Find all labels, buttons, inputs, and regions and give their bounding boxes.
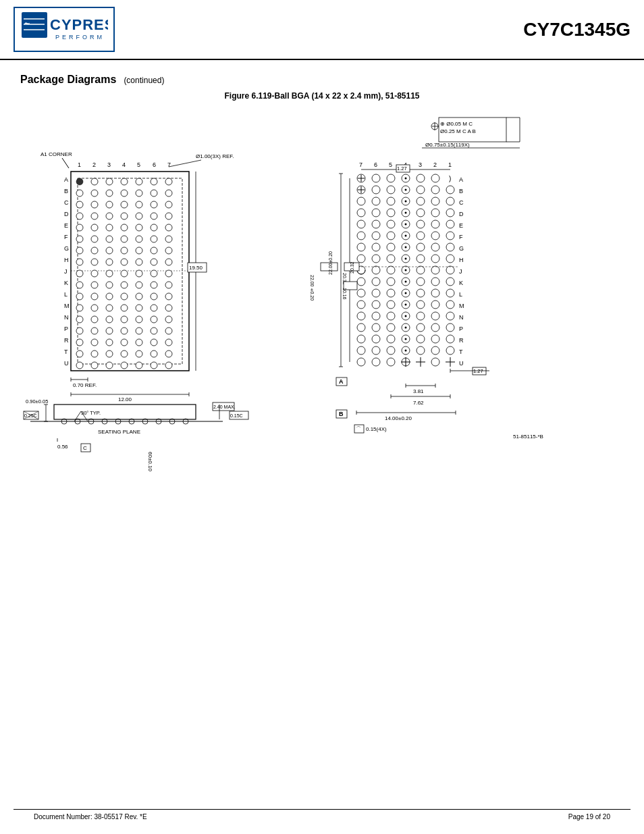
svg-text:⌒: ⌒ bbox=[356, 426, 361, 432]
svg-point-126 bbox=[165, 316, 172, 323]
svg-point-143 bbox=[106, 350, 113, 357]
svg-text:K: K bbox=[64, 280, 68, 286]
svg-text:N: N bbox=[64, 314, 69, 321]
svg-point-98 bbox=[165, 270, 172, 277]
page-info: Page 19 of 20 bbox=[568, 813, 610, 820]
svg-text:M: M bbox=[64, 303, 70, 309]
svg-point-310 bbox=[417, 266, 425, 274]
svg-point-41 bbox=[165, 178, 172, 185]
svg-point-124 bbox=[136, 316, 142, 323]
svg-point-262 bbox=[417, 197, 425, 205]
svg-text:C: C bbox=[83, 445, 87, 451]
svg-point-52 bbox=[121, 201, 128, 208]
svg-point-114 bbox=[91, 305, 98, 311]
svg-point-50 bbox=[91, 201, 98, 208]
svg-point-97 bbox=[151, 270, 157, 277]
svg-text:G: G bbox=[64, 245, 69, 252]
svg-point-128 bbox=[91, 328, 98, 334]
svg-point-132 bbox=[151, 328, 157, 334]
svg-point-366 bbox=[417, 346, 425, 355]
svg-text:T: T bbox=[64, 348, 68, 355]
svg-point-240 bbox=[372, 174, 380, 182]
page-footer: Document Number: 38-05517 Rev. *E Page 1… bbox=[14, 809, 630, 820]
svg-point-75 bbox=[151, 236, 157, 242]
svg-point-272 bbox=[446, 209, 454, 217]
logo-area: ~ CYPRESS PERFORM bbox=[14, 7, 149, 52]
svg-point-289 bbox=[357, 243, 365, 251]
svg-point-153 bbox=[151, 362, 157, 369]
svg-point-133 bbox=[165, 328, 172, 334]
svg-text:4: 4 bbox=[122, 161, 126, 168]
svg-point-120 bbox=[76, 316, 83, 323]
svg-text:SEATING PLANE: SEATING PLANE bbox=[98, 429, 140, 435]
svg-text:5: 5 bbox=[389, 161, 392, 168]
svg-point-288 bbox=[446, 232, 454, 240]
svg-line-155 bbox=[169, 160, 201, 167]
right-diagram-svg: ⊕ Ø0.05 M C Ø0.25 M C A B Ø0.75±0.15(119… bbox=[311, 114, 621, 506]
svg-point-106 bbox=[76, 293, 83, 300]
page-header: ~ CYPRESS PERFORM CY7C1345G bbox=[0, 0, 644, 60]
svg-point-111 bbox=[151, 293, 157, 300]
svg-text:E: E bbox=[459, 222, 463, 229]
svg-point-122 bbox=[106, 316, 113, 323]
svg-text:P: P bbox=[64, 325, 68, 332]
svg-text:): ) bbox=[449, 175, 451, 182]
svg-text:0.90±0.05: 0.90±0.05 bbox=[26, 398, 48, 405]
svg-point-110 bbox=[136, 293, 142, 300]
svg-text:F: F bbox=[64, 234, 68, 240]
svg-point-299 bbox=[387, 255, 395, 263]
svg-text:L: L bbox=[459, 291, 462, 298]
svg-text:22.00±0.20: 22.00±0.20 bbox=[328, 251, 333, 275]
svg-point-129 bbox=[106, 328, 113, 334]
svg-text:R: R bbox=[64, 337, 69, 344]
doc-number: Document Number: 38-05517 Rev. *E bbox=[34, 813, 147, 820]
svg-text:C: C bbox=[459, 199, 464, 206]
svg-point-267 bbox=[387, 209, 395, 217]
svg-point-333 bbox=[405, 304, 407, 306]
svg-point-335 bbox=[431, 301, 439, 309]
svg-text:30° TYP.: 30° TYP. bbox=[81, 410, 101, 416]
svg-point-71 bbox=[91, 236, 98, 242]
svg-point-36 bbox=[91, 178, 98, 185]
svg-point-256 bbox=[446, 186, 454, 194]
svg-point-67 bbox=[136, 224, 142, 231]
svg-text:0.56: 0.56 bbox=[57, 444, 68, 450]
svg-text:CYPRESS: CYPRESS bbox=[50, 16, 108, 33]
svg-point-152 bbox=[136, 362, 142, 369]
svg-point-322 bbox=[372, 289, 380, 297]
svg-point-100 bbox=[91, 282, 98, 288]
svg-text:0.15C: 0.15C bbox=[230, 413, 243, 418]
svg-point-112 bbox=[165, 293, 172, 300]
svg-point-96 bbox=[136, 270, 142, 277]
svg-point-35 bbox=[76, 178, 83, 185]
svg-point-102 bbox=[121, 282, 128, 288]
svg-point-49 bbox=[76, 201, 83, 208]
svg-text:6: 6 bbox=[153, 161, 156, 168]
svg-point-54 bbox=[151, 201, 157, 208]
svg-point-88 bbox=[136, 259, 142, 265]
svg-point-84 bbox=[76, 259, 83, 265]
svg-point-269 bbox=[405, 212, 407, 214]
svg-point-347 bbox=[387, 323, 395, 332]
svg-point-57 bbox=[91, 213, 98, 219]
svg-point-343 bbox=[431, 312, 439, 320]
svg-point-117 bbox=[136, 305, 142, 311]
svg-text:60±0.10: 60±0.10 bbox=[147, 452, 153, 471]
svg-point-150 bbox=[106, 362, 113, 369]
svg-text:12.00: 12.00 bbox=[118, 396, 132, 402]
svg-point-146 bbox=[151, 350, 157, 357]
svg-point-115 bbox=[106, 305, 113, 311]
svg-text:F: F bbox=[459, 234, 463, 240]
svg-point-144 bbox=[121, 350, 128, 357]
svg-text:0.15(4X): 0.15(4X) bbox=[366, 426, 387, 432]
svg-point-74 bbox=[136, 236, 142, 242]
svg-point-59 bbox=[121, 213, 128, 219]
svg-point-82 bbox=[151, 247, 157, 254]
svg-point-323 bbox=[387, 289, 395, 297]
svg-text:3: 3 bbox=[419, 161, 422, 168]
svg-point-294 bbox=[417, 243, 425, 251]
svg-point-313 bbox=[357, 278, 365, 286]
svg-point-80 bbox=[121, 247, 128, 254]
svg-point-81 bbox=[136, 247, 142, 254]
svg-text:T: T bbox=[459, 348, 463, 355]
